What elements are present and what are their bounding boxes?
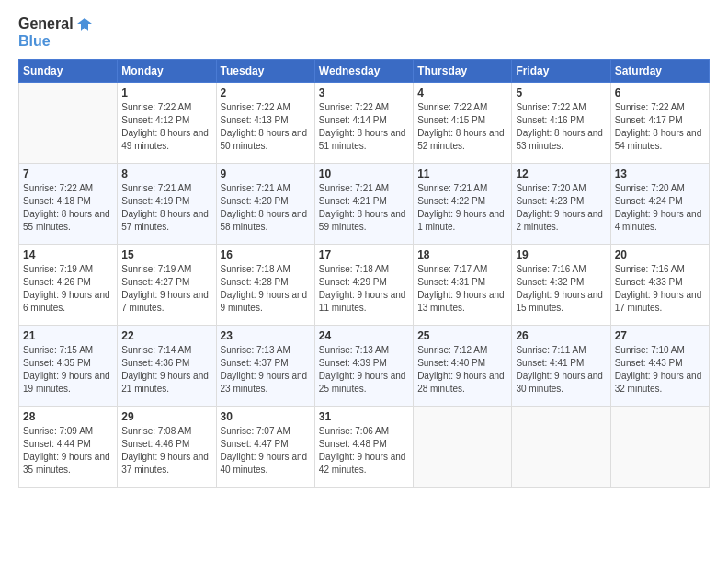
calendar-cell: 12Sunrise: 7:20 AMSunset: 4:23 PMDayligh… — [512, 163, 610, 244]
day-number: 30 — [221, 410, 311, 423]
svg-marker-0 — [77, 18, 92, 31]
day-number: 11 — [417, 167, 507, 180]
calendar-cell: 21Sunrise: 7:15 AMSunset: 4:35 PMDayligh… — [19, 325, 118, 406]
day-info: Sunrise: 7:11 AMSunset: 4:41 PMDaylight:… — [516, 344, 606, 396]
calendar-cell — [512, 406, 610, 487]
calendar-cell: 16Sunrise: 7:18 AMSunset: 4:28 PMDayligh… — [216, 244, 314, 325]
calendar-cell: 9Sunrise: 7:21 AMSunset: 4:20 PMDaylight… — [216, 163, 314, 244]
calendar-cell: 8Sunrise: 7:21 AMSunset: 4:19 PMDaylight… — [118, 163, 216, 244]
calendar-cell: 10Sunrise: 7:21 AMSunset: 4:21 PMDayligh… — [314, 163, 413, 244]
day-number: 19 — [516, 248, 606, 261]
day-number: 4 — [417, 86, 507, 99]
day-info: Sunrise: 7:21 AMSunset: 4:19 PMDaylight:… — [121, 182, 211, 234]
calendar-cell: 20Sunrise: 7:16 AMSunset: 4:33 PMDayligh… — [610, 244, 709, 325]
header-wednesday: Wednesday — [314, 59, 413, 82]
calendar-cell: 30Sunrise: 7:07 AMSunset: 4:47 PMDayligh… — [216, 406, 314, 487]
logo: General Blue — [18, 15, 94, 50]
day-info: Sunrise: 7:07 AMSunset: 4:47 PMDaylight:… — [221, 425, 311, 477]
calendar-cell: 14Sunrise: 7:19 AMSunset: 4:26 PMDayligh… — [19, 244, 118, 325]
day-number: 15 — [121, 248, 211, 261]
day-number: 21 — [23, 329, 113, 342]
day-info: Sunrise: 7:20 AMSunset: 4:24 PMDaylight:… — [615, 182, 705, 234]
day-number: 23 — [221, 329, 311, 342]
calendar-cell: 29Sunrise: 7:08 AMSunset: 4:46 PMDayligh… — [118, 406, 216, 487]
calendar-cell: 5Sunrise: 7:22 AMSunset: 4:16 PMDaylight… — [512, 82, 610, 163]
day-info: Sunrise: 7:22 AMSunset: 4:12 PMDaylight:… — [121, 101, 211, 153]
day-info: Sunrise: 7:22 AMSunset: 4:15 PMDaylight:… — [417, 101, 507, 153]
day-number: 22 — [121, 329, 211, 342]
day-info: Sunrise: 7:22 AMSunset: 4:14 PMDaylight:… — [319, 101, 409, 153]
day-info: Sunrise: 7:12 AMSunset: 4:40 PMDaylight:… — [417, 344, 507, 396]
page-container: General Blue SundayMondayTuesdayWednesda… — [0, 0, 728, 497]
calendar-cell: 26Sunrise: 7:11 AMSunset: 4:41 PMDayligh… — [512, 325, 610, 406]
header-tuesday: Tuesday — [216, 59, 314, 82]
calendar-cell: 31Sunrise: 7:06 AMSunset: 4:48 PMDayligh… — [314, 406, 413, 487]
day-info: Sunrise: 7:16 AMSunset: 4:32 PMDaylight:… — [516, 263, 606, 315]
week-row-4: 21Sunrise: 7:15 AMSunset: 4:35 PMDayligh… — [19, 325, 710, 406]
day-info: Sunrise: 7:16 AMSunset: 4:33 PMDaylight:… — [615, 263, 705, 315]
header-sunday: Sunday — [19, 59, 118, 82]
day-info: Sunrise: 7:18 AMSunset: 4:29 PMDaylight:… — [319, 263, 409, 315]
day-info: Sunrise: 7:06 AMSunset: 4:48 PMDaylight:… — [319, 425, 409, 477]
day-number: 10 — [319, 167, 409, 180]
header-friday: Friday — [512, 59, 610, 82]
day-number: 25 — [417, 329, 507, 342]
header-saturday: Saturday — [610, 59, 709, 82]
day-info: Sunrise: 7:08 AMSunset: 4:46 PMDaylight:… — [121, 425, 211, 477]
day-number: 26 — [516, 329, 606, 342]
day-info: Sunrise: 7:22 AMSunset: 4:18 PMDaylight:… — [23, 182, 113, 234]
day-number: 3 — [319, 86, 409, 99]
calendar-cell: 11Sunrise: 7:21 AMSunset: 4:22 PMDayligh… — [414, 163, 512, 244]
calendar-cell: 15Sunrise: 7:19 AMSunset: 4:27 PMDayligh… — [118, 244, 216, 325]
day-number: 29 — [121, 410, 211, 423]
day-info: Sunrise: 7:13 AMSunset: 4:37 PMDaylight:… — [221, 344, 311, 396]
header-monday: Monday — [118, 59, 216, 82]
calendar-cell: 19Sunrise: 7:16 AMSunset: 4:32 PMDayligh… — [512, 244, 610, 325]
header-thursday: Thursday — [414, 59, 512, 82]
day-info: Sunrise: 7:22 AMSunset: 4:17 PMDaylight:… — [615, 101, 705, 153]
week-row-5: 28Sunrise: 7:09 AMSunset: 4:44 PMDayligh… — [19, 406, 710, 487]
day-number: 16 — [221, 248, 311, 261]
day-info: Sunrise: 7:21 AMSunset: 4:22 PMDaylight:… — [417, 182, 507, 234]
day-number: 18 — [417, 248, 507, 261]
calendar-cell — [19, 82, 118, 163]
logo-bird-icon — [75, 15, 94, 33]
day-info: Sunrise: 7:09 AMSunset: 4:44 PMDaylight:… — [23, 425, 113, 477]
day-info: Sunrise: 7:21 AMSunset: 4:21 PMDaylight:… — [319, 182, 409, 234]
day-info: Sunrise: 7:18 AMSunset: 4:28 PMDaylight:… — [221, 263, 311, 315]
calendar-cell: 22Sunrise: 7:14 AMSunset: 4:36 PMDayligh… — [118, 325, 216, 406]
calendar-cell — [414, 406, 512, 487]
calendar-table: SundayMondayTuesdayWednesdayThursdayFrid… — [18, 59, 710, 488]
day-number: 2 — [221, 86, 311, 99]
calendar-cell: 4Sunrise: 7:22 AMSunset: 4:15 PMDaylight… — [414, 82, 512, 163]
week-row-1: 1Sunrise: 7:22 AMSunset: 4:12 PMDaylight… — [19, 82, 710, 163]
calendar-cell: 3Sunrise: 7:22 AMSunset: 4:14 PMDaylight… — [314, 82, 413, 163]
day-number: 17 — [319, 248, 409, 261]
logo-blue-text: Blue — [18, 33, 94, 50]
day-number: 27 — [615, 329, 705, 342]
week-row-2: 7Sunrise: 7:22 AMSunset: 4:18 PMDaylight… — [19, 163, 710, 244]
day-number: 13 — [615, 167, 705, 180]
calendar-cell: 24Sunrise: 7:13 AMSunset: 4:39 PMDayligh… — [314, 325, 413, 406]
logo-general-text: General — [18, 16, 74, 32]
day-info: Sunrise: 7:10 AMSunset: 4:43 PMDaylight:… — [615, 344, 705, 396]
day-info: Sunrise: 7:17 AMSunset: 4:31 PMDaylight:… — [417, 263, 507, 315]
header: General Blue — [18, 15, 710, 50]
day-number: 31 — [319, 410, 409, 423]
day-number: 24 — [319, 329, 409, 342]
day-info: Sunrise: 7:21 AMSunset: 4:20 PMDaylight:… — [221, 182, 311, 234]
calendar-cell: 7Sunrise: 7:22 AMSunset: 4:18 PMDaylight… — [19, 163, 118, 244]
calendar-cell: 13Sunrise: 7:20 AMSunset: 4:24 PMDayligh… — [610, 163, 709, 244]
day-info: Sunrise: 7:19 AMSunset: 4:27 PMDaylight:… — [121, 263, 211, 315]
day-number: 28 — [23, 410, 113, 423]
calendar-cell: 1Sunrise: 7:22 AMSunset: 4:12 PMDaylight… — [118, 82, 216, 163]
calendar-cell: 23Sunrise: 7:13 AMSunset: 4:37 PMDayligh… — [216, 325, 314, 406]
day-info: Sunrise: 7:14 AMSunset: 4:36 PMDaylight:… — [121, 344, 211, 396]
header-row: SundayMondayTuesdayWednesdayThursdayFrid… — [19, 59, 710, 82]
calendar-cell: 18Sunrise: 7:17 AMSunset: 4:31 PMDayligh… — [414, 244, 512, 325]
day-number: 20 — [615, 248, 705, 261]
day-info: Sunrise: 7:22 AMSunset: 4:13 PMDaylight:… — [221, 101, 311, 153]
day-info: Sunrise: 7:19 AMSunset: 4:26 PMDaylight:… — [23, 263, 113, 315]
day-info: Sunrise: 7:20 AMSunset: 4:23 PMDaylight:… — [516, 182, 606, 234]
day-number: 5 — [516, 86, 606, 99]
